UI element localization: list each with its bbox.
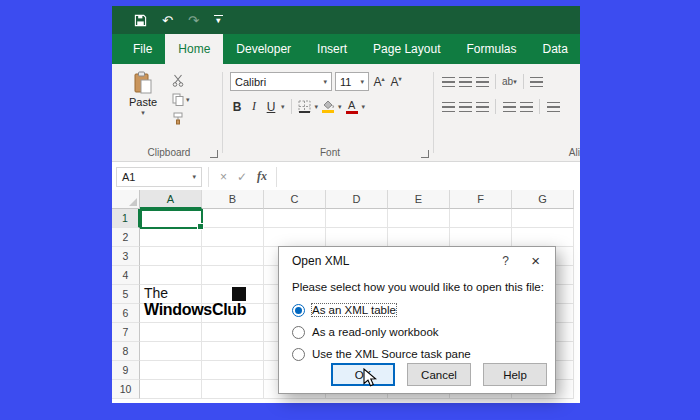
- wrap-text-button[interactable]: [530, 77, 544, 87]
- cell-A9[interactable]: [140, 361, 202, 380]
- align-center-button[interactable]: [458, 102, 472, 112]
- cell-G2[interactable]: [512, 228, 574, 247]
- row-header-6[interactable]: 6: [112, 304, 140, 323]
- column-header-G[interactable]: G: [512, 190, 574, 209]
- dialog-help-icon[interactable]: ?: [502, 254, 509, 268]
- bold-button[interactable]: B: [230, 100, 244, 114]
- customize-quick-access-icon[interactable]: ▾: [214, 15, 223, 25]
- tab-data[interactable]: Data: [529, 34, 580, 64]
- cell-F2[interactable]: [450, 228, 512, 247]
- borders-dropdown-icon[interactable]: ▾: [315, 103, 319, 110]
- orientation-button[interactable]: ab ▾: [502, 76, 517, 87]
- cell-A1[interactable]: [140, 209, 202, 228]
- radio-option-3[interactable]: Use the XML Source task pane: [292, 343, 545, 365]
- help-button[interactable]: Help: [483, 363, 547, 386]
- copy-button[interactable]: ▾: [172, 93, 190, 106]
- cell-A2[interactable]: [140, 228, 202, 247]
- row-header-5[interactable]: 5: [112, 285, 140, 304]
- font-color-dropdown-icon[interactable]: ▾: [362, 103, 366, 110]
- borders-button[interactable]: [298, 100, 312, 113]
- cancel-button[interactable]: Cancel: [407, 363, 471, 386]
- cell-D2[interactable]: [326, 228, 388, 247]
- column-header-E[interactable]: E: [388, 190, 450, 209]
- font-name-select[interactable]: Calibri ▾: [230, 72, 332, 91]
- tab-insert[interactable]: Insert: [304, 34, 360, 64]
- font-dialog-launcher[interactable]: [421, 150, 429, 158]
- cell-B4[interactable]: [202, 266, 264, 285]
- cell-G1[interactable]: [512, 209, 574, 228]
- radio-option-2[interactable]: As a read-only workbook: [292, 321, 545, 343]
- cell-B7[interactable]: [202, 323, 264, 342]
- column-header-A[interactable]: A: [140, 190, 202, 209]
- cell-C2[interactable]: [264, 228, 326, 247]
- cell-A8[interactable]: [140, 342, 202, 361]
- enter-entry-icon[interactable]: ✓: [237, 170, 247, 184]
- name-box-dropdown-icon[interactable]: ▾: [192, 173, 196, 181]
- italic-button[interactable]: I: [247, 99, 261, 114]
- font-color-button[interactable]: A: [345, 100, 359, 114]
- cell-B1[interactable]: [202, 209, 264, 228]
- cell-C1[interactable]: [264, 209, 326, 228]
- cell-A3[interactable]: [140, 247, 202, 266]
- row-header-9[interactable]: 9: [112, 361, 140, 380]
- formula-input[interactable]: [276, 167, 580, 187]
- column-header-D[interactable]: D: [326, 190, 388, 209]
- underline-dropdown-icon[interactable]: ▾: [281, 103, 285, 110]
- undo-icon[interactable]: ↶: [162, 14, 173, 27]
- merge-center-button[interactable]: [546, 102, 560, 112]
- clipboard-dialog-launcher[interactable]: [210, 150, 218, 158]
- cell-D1[interactable]: [326, 209, 388, 228]
- alignment-group: ab ▾: [434, 64, 580, 161]
- paste-button[interactable]: Paste ▾: [119, 69, 167, 145]
- cancel-entry-icon[interactable]: ×: [220, 170, 227, 184]
- increase-font-size-button[interactable]: A ▴: [372, 75, 386, 89]
- align-right-button[interactable]: [475, 102, 489, 112]
- tab-developer[interactable]: Developer: [223, 34, 304, 64]
- cell-A10[interactable]: [140, 380, 202, 399]
- cell-B3[interactable]: [202, 247, 264, 266]
- fill-color-button[interactable]: [321, 100, 335, 113]
- middle-align-button[interactable]: [458, 77, 472, 87]
- cell-B2[interactable]: [202, 228, 264, 247]
- decrease-font-size-button[interactable]: A ▾: [389, 75, 403, 89]
- redo-icon[interactable]: ↷: [188, 14, 199, 27]
- underline-button[interactable]: U: [264, 100, 278, 114]
- align-left-button[interactable]: [441, 102, 455, 112]
- row-header-10[interactable]: 10: [112, 380, 140, 399]
- row-header-7[interactable]: 7: [112, 323, 140, 342]
- font-size-select[interactable]: 11 ▾: [335, 72, 369, 91]
- column-header-F[interactable]: F: [450, 190, 512, 209]
- cell-B8[interactable]: [202, 342, 264, 361]
- row-header-1[interactable]: 1: [112, 209, 140, 228]
- increase-indent-button[interactable]: [519, 102, 533, 112]
- dialog-close-icon[interactable]: ×: [531, 252, 540, 269]
- tab-formulas[interactable]: Formulas: [453, 34, 529, 64]
- decrease-indent-button[interactable]: [502, 102, 516, 112]
- row-header-8[interactable]: 8: [112, 342, 140, 361]
- cell-B10[interactable]: [202, 380, 264, 399]
- column-header-B[interactable]: B: [202, 190, 264, 209]
- cell-B9[interactable]: [202, 361, 264, 380]
- tab-home[interactable]: Home: [165, 34, 223, 64]
- cell-E1[interactable]: [388, 209, 450, 228]
- tab-file[interactable]: File: [120, 34, 165, 64]
- select-all-corner[interactable]: [112, 190, 140, 209]
- row-header-4[interactable]: 4: [112, 266, 140, 285]
- bottom-align-button[interactable]: [475, 77, 489, 87]
- row-header-3[interactable]: 3: [112, 247, 140, 266]
- fill-color-dropdown-icon[interactable]: ▾: [338, 103, 342, 110]
- format-painter-button[interactable]: [172, 112, 190, 125]
- cell-A4[interactable]: [140, 266, 202, 285]
- tab-page-layout[interactable]: Page Layout: [360, 34, 453, 64]
- cell-A7[interactable]: [140, 323, 202, 342]
- cell-F1[interactable]: [450, 209, 512, 228]
- name-box[interactable]: A1 ▾: [116, 167, 202, 187]
- save-icon[interactable]: [134, 14, 147, 27]
- top-align-button[interactable]: [441, 77, 455, 87]
- insert-function-icon[interactable]: fx: [257, 169, 267, 184]
- row-header-2[interactable]: 2: [112, 228, 140, 247]
- column-header-C[interactable]: C: [264, 190, 326, 209]
- cell-E2[interactable]: [388, 228, 450, 247]
- radio-option-1[interactable]: As an XML table: [292, 299, 545, 321]
- cut-button[interactable]: [172, 74, 190, 87]
